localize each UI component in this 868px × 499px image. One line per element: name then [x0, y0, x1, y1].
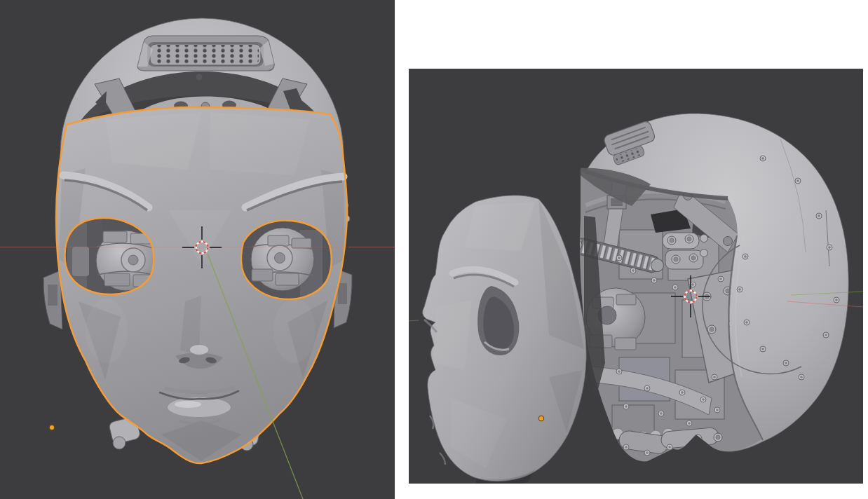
- screenshot-canvas: { "window": { "kind": "3d-viewport-split…: [0, 0, 868, 499]
- robot-head-side[interactable]: [567, 114, 848, 461]
- side-view-scene: [409, 69, 863, 484]
- panel-divider: [395, 0, 409, 499]
- face-mask-side[interactable]: [423, 196, 587, 484]
- object-origin-dot: [538, 416, 544, 421]
- bottom-margin: [409, 484, 868, 499]
- right-margin: [863, 69, 868, 484]
- object-origin-dot: [49, 425, 55, 430]
- viewport-side[interactable]: [409, 69, 863, 484]
- top-margin: [409, 0, 868, 69]
- helmet-grille: [137, 36, 274, 71]
- viewport-front[interactable]: [0, 0, 395, 499]
- right-eye: [241, 220, 332, 299]
- front-view-scene: [0, 0, 395, 499]
